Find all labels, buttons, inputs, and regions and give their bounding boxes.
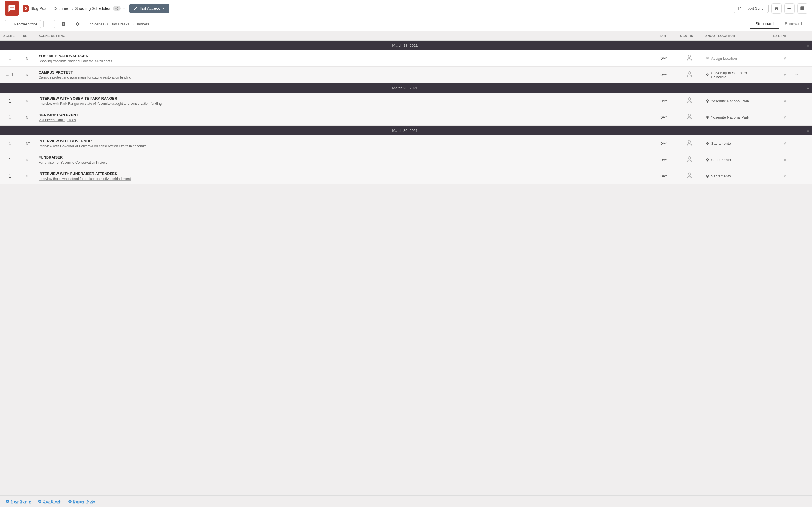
- cast-icon: [686, 54, 693, 62]
- more-options-button[interactable]: •••: [784, 3, 795, 13]
- location-pin-icon: [705, 158, 709, 162]
- actions-cell: [790, 93, 812, 109]
- location-cell: Sacramento: [705, 158, 761, 162]
- import-script-button[interactable]: Import Script: [733, 4, 769, 13]
- add-icon: [61, 22, 66, 26]
- add-button[interactable]: [57, 20, 69, 28]
- table-row: 1 INT RESTORATION EVENT Volunteers plant…: [0, 109, 812, 126]
- svg-point-0: [688, 55, 691, 58]
- version-badge[interactable]: v0: [113, 6, 121, 11]
- scene-title: YOSEMITE NATIONAL PARK: [39, 54, 654, 58]
- col-header-location: SHOOT LOCATION: [702, 31, 764, 41]
- reorder-strips-button[interactable]: Reorder Strips: [4, 20, 41, 28]
- est-cell: #: [764, 109, 790, 126]
- header-right: Import Script •••: [733, 3, 808, 13]
- assign-location-cell[interactable]: Assign Location: [705, 56, 761, 61]
- sort-button[interactable]: [43, 20, 55, 28]
- scene-dn: DAY: [657, 93, 677, 109]
- edit-access-label: Edit Access: [139, 6, 160, 11]
- row-actions: [793, 71, 809, 78]
- svg-point-9: [688, 114, 691, 117]
- cast-id-cell: [677, 135, 702, 150]
- location-cell: Sacramento: [705, 174, 761, 178]
- actions-cell: [790, 67, 812, 83]
- shoot-location[interactable]: Assign Location: [702, 50, 764, 67]
- scene-title: RESTORATION EVENT: [39, 113, 654, 117]
- est-cell: #: [764, 67, 790, 83]
- gear-icon: [75, 22, 80, 26]
- date-cell: March 18, 2021 #: [0, 41, 812, 51]
- col-header-est: EST. (H): [764, 31, 790, 41]
- shoot-location[interactable]: Yosemite National Park: [702, 109, 764, 126]
- scene-dn: DAY: [657, 67, 677, 83]
- svg-point-2: [688, 71, 691, 74]
- breadcrumb-current: Shooting Schedules: [75, 6, 110, 11]
- breadcrumb-sep: ›: [72, 6, 73, 11]
- scene-ie: INT: [20, 93, 35, 109]
- location-cell: Yosemite National Park: [705, 115, 761, 119]
- date-hash: #: [807, 86, 809, 90]
- scene-setting: INTERVIEW WITH YOSEMITE PARK RANGER Inte…: [35, 93, 657, 109]
- tab-stripboard[interactable]: Stripboard: [750, 19, 779, 29]
- date-hash: #: [807, 128, 809, 133]
- svg-point-13: [688, 157, 691, 159]
- date-banner: March 20, 2021 #: [0, 83, 812, 93]
- app-logo: [4, 1, 19, 16]
- svg-point-14: [691, 161, 692, 162]
- col-header-actions: [790, 31, 812, 41]
- shoot-location[interactable]: Sacramento: [702, 168, 764, 184]
- est-cell: #: [764, 50, 790, 67]
- svg-point-4: [796, 74, 797, 75]
- reorder-strips-label: Reorder Strips: [14, 22, 38, 26]
- settings-button[interactable]: [71, 20, 84, 28]
- svg-point-7: [688, 98, 691, 100]
- scene-number: 1: [0, 152, 20, 168]
- scene-dn: DAY: [657, 109, 677, 126]
- table-container: SCENE I/E SCENE SETTING D/N CAST ID SHOO…: [0, 31, 812, 184]
- scene-description: Interview with Park Ranger on state of Y…: [39, 102, 654, 106]
- scene-setting: INTERVIEW WITH GOVERNOR Interview with G…: [35, 135, 657, 152]
- chevron-down-icon: [122, 7, 126, 10]
- top-bar: B Blog Post — Docume.. › Shooting Schedu…: [0, 0, 812, 17]
- est-cell: #: [764, 152, 790, 168]
- assign-location-label[interactable]: Assign Location: [711, 56, 737, 61]
- scene-ie: INT: [20, 109, 35, 126]
- table-row: 1 INT INTERVIEW WITH FUNDRAISER ATTENDEE…: [0, 168, 812, 184]
- scene-description: Volunteers planting trees: [39, 118, 654, 122]
- location-cell: Yosemite National Park: [705, 99, 761, 103]
- scene-setting: YOSEMITE NATIONAL PARK Shooting Yosemite…: [35, 50, 657, 67]
- shoot-location[interactable]: Sacramento: [702, 135, 764, 152]
- edit-access-button[interactable]: Edit Access: [129, 4, 169, 13]
- cast-id-cell: [677, 109, 702, 124]
- scene-ie: INT: [20, 50, 35, 67]
- cast-icon: [686, 155, 693, 163]
- print-button[interactable]: [771, 3, 781, 13]
- shoot-location[interactable]: Yosemite National Park: [702, 93, 764, 109]
- location-text: Sacramento: [711, 142, 731, 146]
- location-text: Sacramento: [711, 158, 731, 162]
- scene-title: INTERVIEW WITH YOSEMITE PARK RANGER: [39, 96, 654, 101]
- scene-number: 1: [0, 50, 20, 67]
- drag-handle[interactable]: ≡: [6, 72, 11, 77]
- scene-setting: INTERVIEW WITH FUNDRAISER ATTENDEES Inte…: [35, 168, 657, 184]
- shoot-location[interactable]: University of Southern California: [702, 67, 764, 83]
- scene-ie: INT: [20, 152, 35, 168]
- cast-icon: [686, 113, 693, 121]
- cast-id-cell: [677, 93, 702, 108]
- tab-boneyard[interactable]: Boneyard: [779, 19, 808, 29]
- date-cell: March 20, 2021 #: [0, 83, 812, 93]
- svg-point-16: [691, 177, 692, 178]
- cast-icon: [686, 96, 693, 104]
- row-action-icon-btn[interactable]: [793, 71, 800, 78]
- scene-description: Shooting Yosemite National Park for B-Ro…: [39, 59, 654, 63]
- chat-button[interactable]: [797, 3, 808, 13]
- location-outline-icon: [705, 57, 709, 61]
- actions-cell: [790, 109, 812, 126]
- shoot-location[interactable]: Sacramento: [702, 152, 764, 168]
- location-pin-icon: [705, 73, 709, 77]
- scene-dn: DAY: [657, 135, 677, 152]
- cast-id-cell: [677, 168, 702, 183]
- breadcrumb-doc: Blog Post — Docume..: [31, 6, 70, 11]
- table-row: 1 INT INTERVIEW WITH YOSEMITE PARK RANGE…: [0, 93, 812, 109]
- scene-setting: CAMPUS PROTEST Campus protest and awaren…: [35, 67, 657, 83]
